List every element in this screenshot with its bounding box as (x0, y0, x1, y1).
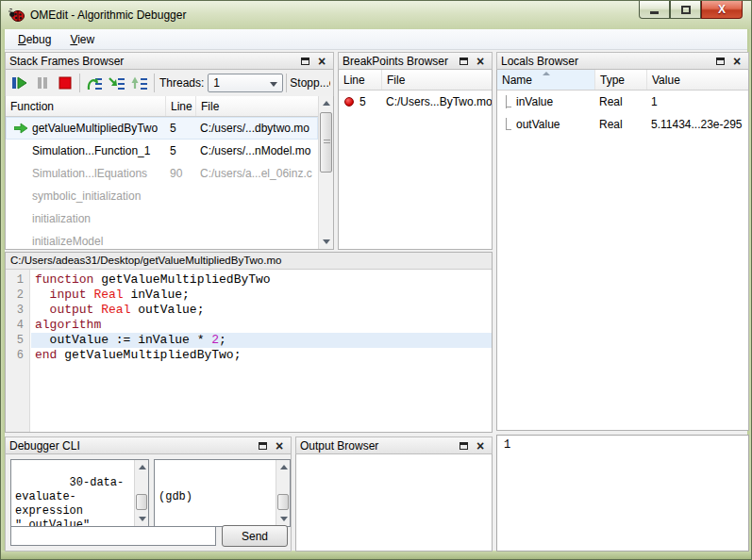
breakpoints-float-button[interactable] (456, 54, 471, 68)
stack-frames-close-button[interactable]: × (314, 54, 329, 68)
column-header-type[interactable]: Type (595, 70, 647, 90)
stack-frame-row[interactable]: symbolic_initialization (6, 185, 318, 207)
scroll-up-icon[interactable] (319, 96, 333, 110)
menu-view[interactable]: View (60, 30, 104, 49)
float-icon (301, 58, 309, 65)
threads-dropdown[interactable]: 1 (208, 74, 283, 92)
column-header-line[interactable]: Line (339, 70, 382, 90)
stack-frame-row[interactable]: Simulation...lEquations 90 C:/users/a...… (6, 162, 318, 185)
close-icon: X (718, 3, 726, 16)
omedit-window: OMEdit - Algorithmic Debugger X Debug Vi… (0, 0, 752, 560)
resume-button[interactable] (8, 72, 31, 94)
scroll-down-icon[interactable] (319, 235, 333, 249)
cli-response-log[interactable]: (gdb) (154, 459, 291, 527)
threads-value: 1 (213, 76, 220, 90)
minimize-icon (650, 11, 659, 14)
maximize-button[interactable] (670, 1, 701, 19)
chevron-down-icon (270, 82, 277, 87)
stack-frame-row[interactable]: Simulation...Function_1 5 C:/users/...nM… (6, 140, 318, 162)
stack-frames-scrollbar[interactable] (318, 96, 333, 249)
menu-debug[interactable]: Debug (8, 30, 60, 49)
scroll-up-icon[interactable] (276, 460, 291, 474)
stop-icon (58, 75, 73, 91)
locals-table: Name Type Value inValue Real 1 outValue … (496, 70, 749, 431)
step-over-button[interactable] (83, 72, 106, 94)
step-over-icon (86, 75, 103, 91)
code-lines: function getValueMultipliedByTwo input R… (31, 272, 492, 363)
code-area[interactable]: 1 2 3 4 5 6 function getValueMultipliedB… (6, 270, 492, 432)
stack-frame-row[interactable]: getValueMultipliedByTwo 5 C:/users/...db… (6, 117, 318, 140)
pause-button[interactable] (31, 72, 54, 94)
scrollbar-thumb[interactable] (320, 112, 332, 173)
breakpoints-close-button[interactable]: × (473, 54, 488, 68)
code-editor-panel: C:/Users/adeas31/Desktop/getValueMultipl… (5, 252, 493, 433)
window-border-bottom (1, 551, 751, 559)
column-header-value[interactable]: Value (647, 70, 748, 90)
locals-close-button[interactable]: × (729, 54, 744, 68)
breakpoints-table: Line File 5 C:/Users...ByTwo.mo (338, 70, 493, 250)
stack-frame-row[interactable]: initialization (6, 207, 318, 230)
debug-toolbar: Threads: 1 Stopp...ead 1 (5, 70, 334, 96)
tree-branch (497, 95, 513, 108)
column-header-file[interactable]: File (382, 70, 492, 90)
column-header-name[interactable]: Name (497, 70, 595, 90)
close-icon: × (476, 57, 484, 66)
breakpoint-row[interactable]: 5 C:/Users...ByTwo.mo (339, 91, 492, 113)
step-return-icon (131, 75, 148, 91)
scroll-up-icon[interactable] (135, 460, 149, 474)
column-header-file[interactable]: File (196, 96, 318, 116)
output-browser-float-button[interactable] (456, 438, 471, 453)
scrollbar-thumb[interactable] (136, 494, 147, 510)
scroll-down-icon[interactable] (135, 512, 149, 526)
cli-response-scrollbar[interactable] (276, 460, 290, 526)
title-bar: OMEdit - Algorithmic Debugger X (1, 1, 751, 29)
stop-button[interactable] (54, 72, 76, 94)
output-browser-body[interactable] (295, 454, 493, 552)
scroll-down-icon[interactable] (276, 512, 291, 526)
toolbar-separator (154, 74, 155, 92)
file-path-bar: C:/Users/adeas31/Desktop/getValueMultipl… (6, 253, 492, 270)
locals-header: Name Type Value (497, 70, 748, 91)
local-variable-row[interactable]: inValue Real 1 (497, 91, 748, 113)
close-icon: × (318, 57, 326, 66)
maximize-icon (681, 6, 691, 14)
toolbar-separator (79, 74, 80, 92)
stack-frames-header: Function Line File (6, 96, 318, 117)
breakpoints-panel: BreakPoints Browser × Line File 5 C:/Use… (338, 52, 493, 250)
send-button[interactable]: Send (222, 525, 288, 547)
menu-bar: Debug View (5, 29, 747, 50)
cli-command-scrollbar[interactable] (134, 460, 148, 526)
stack-frames-title-bar: Stack Frames Browser × (5, 52, 334, 70)
step-return-button[interactable] (128, 72, 151, 94)
float-icon (460, 442, 468, 450)
column-header-line[interactable]: Line (166, 96, 196, 116)
panel-title: BreakPoints Browser (343, 55, 454, 68)
window-title: OMEdit - Algorithmic Debugger (30, 8, 186, 22)
threads-label: Threads: (159, 76, 204, 90)
debugger-cli-body: 30-data-evaluate- expression "_outValue"… (5, 454, 292, 552)
output-browser-close-button[interactable]: × (473, 438, 488, 453)
debugger-cli-float-button[interactable] (255, 438, 270, 453)
code-line: function getValueMultipliedByTwo (31, 272, 492, 288)
debugger-cli-title-bar: Debugger CLI × (5, 436, 292, 454)
current-execution-line: outValue := inValue * 2; (31, 333, 492, 348)
close-icon: × (276, 441, 283, 451)
code-line: algorithm (31, 318, 492, 333)
column-header-function[interactable]: Function (6, 96, 166, 116)
variable-value-panel[interactable]: 1 (496, 435, 749, 552)
cli-command-input[interactable] (10, 526, 216, 546)
cli-command-log[interactable]: 30-data-evaluate- expression "_outValue" (10, 459, 149, 527)
line-number-gutter[interactable]: 1 2 3 4 5 6 (6, 270, 30, 432)
step-into-button[interactable] (106, 72, 128, 94)
minimize-button[interactable] (639, 1, 670, 19)
breakpoints-header: Line File (339, 70, 492, 91)
tree-branch (497, 118, 513, 131)
locals-float-button[interactable] (712, 54, 727, 68)
debugger-cli-close-button[interactable]: × (272, 438, 287, 453)
stack-frames-float-button[interactable] (297, 54, 312, 68)
panel-title: Stack Frames Browser (9, 55, 295, 68)
local-variable-row[interactable]: outValue Real 5.11434...23e-295 (497, 113, 748, 136)
close-button[interactable]: X (701, 1, 743, 19)
stack-frame-row[interactable]: initializeModel (6, 230, 318, 250)
scrollbar-thumb[interactable] (277, 494, 289, 510)
